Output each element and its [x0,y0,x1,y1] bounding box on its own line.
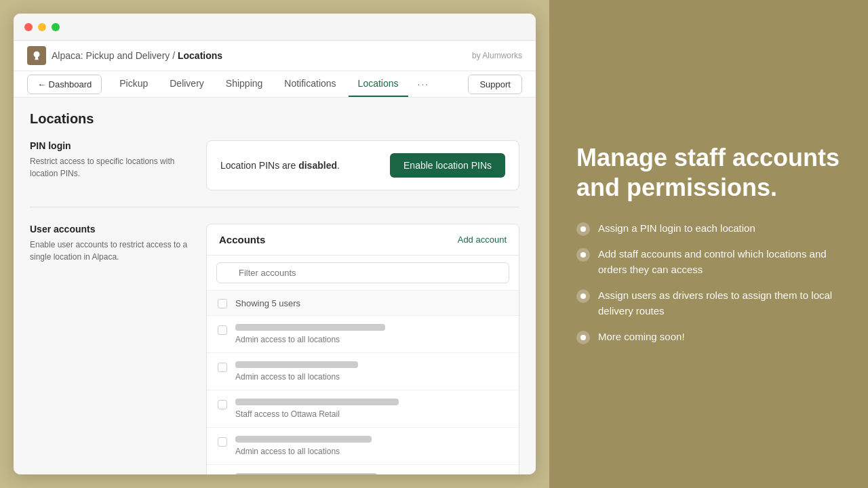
nav-item-notifications[interactable]: Notifications [275,71,345,97]
feature-bullet-3 [576,331,590,344]
feature-item-2: Assign users as drivers roles to assign … [576,288,841,319]
user-role-1: Admin access to all locations [235,372,508,382]
user-row: Admin access to all locations [207,353,519,390]
pin-section-right: Location PINs are disabled. Enable locat… [206,140,519,190]
user-name-bar-1 [235,361,358,368]
showing-row: Showing 5 users [207,291,519,316]
user-section-right: Accounts Add account 🔍 Showi [206,224,519,474]
showing-text: Showing 5 users [235,298,300,308]
pin-section-desc: Restrict access to specific locations wi… [30,155,193,180]
user-row: Staff access to Ottawa Retail [207,390,519,428]
alpaca-icon [31,49,43,62]
content-area: Locations PIN login Restrict access to s… [14,98,536,474]
pin-status-text: Location PINs are disabled. [220,160,340,171]
traffic-light-red[interactable] [24,23,33,31]
breadcrumb-bold: Locations [178,50,222,61]
search-input[interactable] [216,262,509,283]
accounts-header: Accounts Add account [207,224,519,256]
right-heading: Manage staff accounts and permissions. [576,143,841,201]
app-logo-area: Alpaca: Pickup and Delivery / Locations [27,46,222,65]
pin-status-card: Location PINs are disabled. Enable locat… [206,140,519,190]
user-name-bar-4 [235,473,377,474]
select-all-checkbox[interactable] [218,299,227,308]
breadcrumb: Alpaca: Pickup and Delivery / Locations [52,50,222,61]
breadcrumb-text: Alpaca: Pickup and Delivery / [52,50,178,61]
pin-login-section: PIN login Restrict access to specific lo… [30,140,519,207]
feature-item-3: More coming soon! [576,329,841,345]
user-info-1: Admin access to all locations [235,361,508,382]
page-title: Locations [30,111,519,127]
user-info-4: Admin access to all locations [235,473,508,474]
app-header: Alpaca: Pickup and Delivery / Locations … [14,41,536,71]
browser-panel: Alpaca: Pickup and Delivery / Locations … [0,0,549,488]
user-section-title: User accounts [30,224,193,235]
user-role-3: Admin access to all locations [235,447,508,456]
feature-text-0: Assign a PIN login to each location [598,221,755,237]
feature-bullet-1 [576,248,590,262]
pin-section-title: PIN login [30,140,193,151]
user-section-left: User accounts Enable user accounts to re… [30,224,193,474]
user-checkbox-0[interactable] [218,325,227,335]
search-bar: 🔍 [207,256,519,291]
accounts-title: Accounts [219,234,265,245]
support-button[interactable]: Support [468,75,522,94]
user-accounts-section: User accounts Enable user accounts to re… [30,224,519,474]
nav-item-pickup[interactable]: Pickup [110,71,157,97]
feature-text-2: Assign users as drivers roles to assign … [598,288,841,319]
traffic-light-yellow[interactable] [38,23,46,31]
user-row: Admin access to all locations [207,465,519,474]
user-checkbox-2[interactable] [218,400,227,409]
enable-pin-button[interactable]: Enable location PINs [390,153,505,178]
user-name-bar-0 [235,324,385,331]
user-section-desc: Enable user accounts to restrict access … [30,239,193,263]
app-logo-icon [27,46,46,65]
feature-text-3: More coming soon! [598,329,685,345]
user-info-3: Admin access to all locations [235,436,508,456]
user-name-bar-3 [235,436,372,443]
user-row: Admin access to all locations [207,428,519,465]
right-panel: Manage staff accounts and permissions. A… [549,0,868,488]
feature-bullet-0 [576,222,590,236]
user-checkbox-1[interactable] [218,363,227,372]
pin-status-word: disabled [298,160,337,171]
feature-text-1: Add staff accounts and control which loc… [598,247,841,277]
user-name-bar-2 [235,399,399,405]
user-checkbox-3[interactable] [218,437,227,447]
feature-item-1: Add staff accounts and control which loc… [576,247,841,277]
traffic-light-green[interactable] [52,23,60,31]
pin-section-left: PIN login Restrict access to specific lo… [30,140,193,190]
nav-bar: ← Dashboard Pickup Delivery Shipping Not… [14,71,536,98]
user-info-2: Staff access to Ottawa Retail [235,399,508,419]
browser-window: Alpaca: Pickup and Delivery / Locations … [14,14,536,474]
nav-item-shipping[interactable]: Shipping [216,71,273,97]
user-role-0: Admin access to all locations [235,335,508,344]
user-row: Admin access to all locations [207,316,519,353]
feature-bullet-2 [576,289,590,303]
feature-item-0: Assign a PIN login to each location [576,221,841,237]
title-bar [14,14,536,41]
nav-item-locations[interactable]: Locations [349,71,408,97]
nav-item-delivery[interactable]: Delivery [160,71,214,97]
nav-more-button[interactable]: ··· [411,72,437,96]
dashboard-back-button[interactable]: ← Dashboard [27,75,102,94]
search-wrapper: 🔍 [216,262,509,283]
add-account-link[interactable]: Add account [458,235,507,245]
user-info-0: Admin access to all locations [235,324,508,344]
user-role-2: Staff access to Ottawa Retail [235,409,508,419]
accounts-panel: Accounts Add account 🔍 Showi [206,224,519,474]
feature-list: Assign a PIN login to each location Add … [576,221,841,345]
by-alumworks: by Alumworks [472,51,522,60]
